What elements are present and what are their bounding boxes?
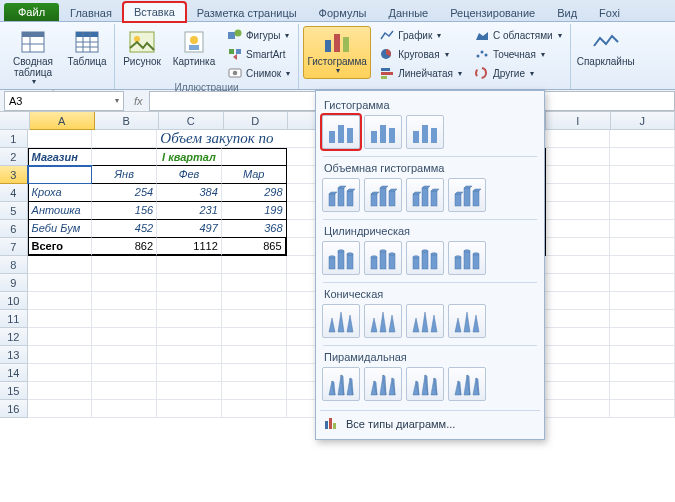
cell[interactable]: [610, 238, 675, 256]
row-header-3[interactable]: 3: [0, 166, 28, 184]
fx-icon[interactable]: fx: [134, 95, 143, 107]
cell[interactable]: 384: [157, 184, 222, 202]
row-header-14[interactable]: 14: [0, 364, 28, 382]
row-header-13[interactable]: 13: [0, 346, 28, 364]
cell[interactable]: [28, 400, 93, 418]
cell[interactable]: [545, 328, 610, 346]
line-chart-button[interactable]: График▾: [375, 26, 466, 44]
scatter-chart-button[interactable]: Точечная▾: [470, 45, 566, 63]
cell[interactable]: [545, 292, 610, 310]
cell[interactable]: [157, 256, 222, 274]
cell[interactable]: Беби Бум: [28, 220, 93, 238]
cell[interactable]: [28, 256, 93, 274]
chart-thumbnail[interactable]: [322, 178, 360, 212]
cell[interactable]: [546, 166, 611, 184]
cell[interactable]: [546, 148, 611, 166]
row-header-9[interactable]: 9: [0, 274, 28, 292]
cell[interactable]: [28, 274, 93, 292]
cell[interactable]: [610, 148, 675, 166]
cell[interactable]: 368: [222, 220, 287, 238]
cell[interactable]: [28, 292, 93, 310]
chart-thumbnail[interactable]: [448, 178, 486, 212]
row-header-1[interactable]: 1: [0, 130, 28, 148]
cell[interactable]: [92, 364, 157, 382]
cell[interactable]: [545, 274, 610, 292]
cell[interactable]: 1112: [157, 238, 222, 256]
cell[interactable]: [28, 364, 93, 382]
cell[interactable]: Всего: [28, 238, 93, 256]
cell[interactable]: [610, 292, 675, 310]
chart-thumbnail[interactable]: [364, 241, 402, 275]
cell[interactable]: [157, 274, 222, 292]
cell[interactable]: [157, 400, 222, 418]
chart-thumbnail[interactable]: [322, 367, 360, 401]
column-header-C[interactable]: C: [159, 112, 224, 130]
cell[interactable]: [92, 382, 157, 400]
file-tab[interactable]: Файл: [4, 3, 59, 21]
picture-button[interactable]: Рисунок: [119, 26, 165, 70]
column-header-J[interactable]: J: [611, 112, 676, 130]
cell[interactable]: [157, 382, 222, 400]
cell[interactable]: [92, 148, 157, 166]
cell[interactable]: [28, 130, 93, 148]
chart-thumbnail[interactable]: [406, 241, 444, 275]
name-box[interactable]: A3 ▾: [4, 91, 124, 111]
cell[interactable]: [28, 346, 93, 364]
cell[interactable]: Янв: [92, 166, 157, 184]
cell[interactable]: [222, 328, 287, 346]
chart-thumbnail[interactable]: [406, 367, 444, 401]
table-button[interactable]: Таблица: [64, 26, 110, 70]
cell[interactable]: I квартал: [157, 148, 222, 166]
tab-pagelayout[interactable]: Разметка страницы: [186, 3, 308, 22]
cell[interactable]: [157, 328, 222, 346]
tab-foxit[interactable]: Foxi: [588, 3, 631, 22]
chart-thumbnail[interactable]: [364, 304, 402, 338]
cell[interactable]: [610, 166, 675, 184]
column-header-B[interactable]: B: [95, 112, 160, 130]
row-header-11[interactable]: 11: [0, 310, 28, 328]
chart-thumbnail[interactable]: [364, 367, 402, 401]
cell[interactable]: [157, 310, 222, 328]
clipart-button[interactable]: Картинка: [169, 26, 219, 70]
cell[interactable]: [610, 220, 675, 238]
cell[interactable]: [92, 400, 157, 418]
row-header-12[interactable]: 12: [0, 328, 28, 346]
tab-view[interactable]: Вид: [546, 3, 588, 22]
tab-data[interactable]: Данные: [377, 3, 439, 22]
cell[interactable]: [28, 328, 93, 346]
row-header-15[interactable]: 15: [0, 382, 28, 400]
cell[interactable]: Мар: [222, 166, 287, 184]
cell[interactable]: [545, 382, 610, 400]
cell[interactable]: [545, 310, 610, 328]
cell[interactable]: [610, 382, 675, 400]
pivot-table-button[interactable]: Сводная таблица ▾: [6, 26, 60, 90]
cell[interactable]: [157, 364, 222, 382]
cell[interactable]: [222, 364, 287, 382]
cell[interactable]: 497: [157, 220, 222, 238]
cell[interactable]: [92, 346, 157, 364]
chart-thumbnail[interactable]: [406, 115, 444, 149]
bar-chart-button[interactable]: Линейчатая▾: [375, 64, 466, 82]
select-all-corner[interactable]: [0, 112, 30, 130]
cell[interactable]: [610, 274, 675, 292]
cell[interactable]: [92, 328, 157, 346]
cell[interactable]: [546, 184, 611, 202]
cell[interactable]: 231: [157, 202, 222, 220]
cell[interactable]: 862: [92, 238, 157, 256]
cell[interactable]: [545, 256, 610, 274]
cell[interactable]: [92, 256, 157, 274]
chart-thumbnail[interactable]: [406, 178, 444, 212]
cell[interactable]: [222, 292, 287, 310]
tab-review[interactable]: Рецензирование: [439, 3, 546, 22]
cell[interactable]: [157, 292, 222, 310]
chart-thumbnail[interactable]: [364, 115, 402, 149]
chart-thumbnail[interactable]: [448, 304, 486, 338]
cell[interactable]: [222, 274, 287, 292]
cell[interactable]: [222, 400, 287, 418]
row-header-8[interactable]: 8: [0, 256, 28, 274]
cell[interactable]: [92, 310, 157, 328]
chart-thumbnail[interactable]: [364, 178, 402, 212]
screenshot-button[interactable]: Снимок ▾: [223, 64, 294, 82]
cell[interactable]: 199: [222, 202, 287, 220]
cell[interactable]: [545, 346, 610, 364]
